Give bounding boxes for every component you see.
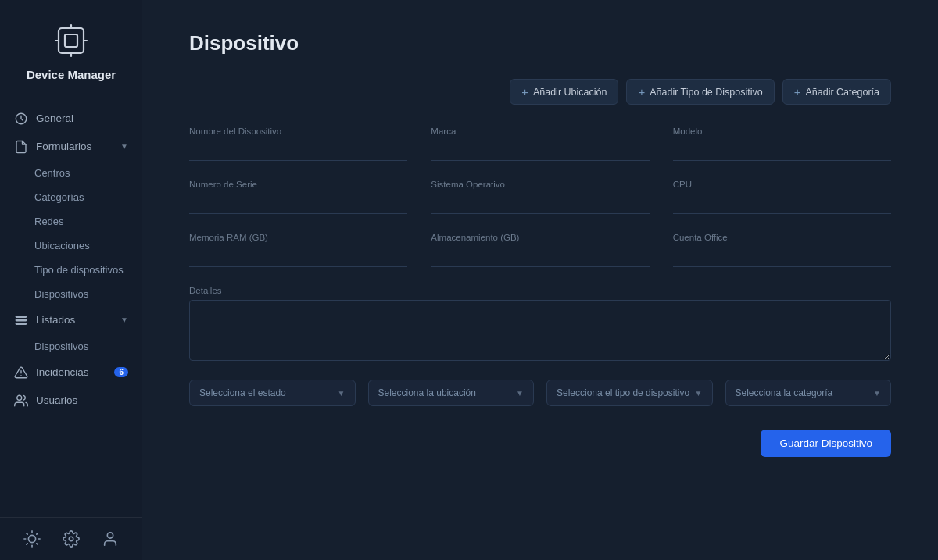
main-content: Dispositivo + Añadir Ubicación + Añadir … [142,0,938,560]
sidebar-label-general: General [36,112,128,124]
add-category-button[interactable]: + Añadir Categoría [782,79,891,105]
listados-arrow-icon: ▼ [120,316,128,324]
add-location-button[interactable]: + Añadir Ubicación [510,79,618,105]
sidebar-label-listados: Listados [36,314,113,326]
app-logo-icon [52,22,90,59]
dropdowns-row: Selecciona el estado ▼ Selecciona la ubi… [189,380,891,406]
input-cuenta-office[interactable] [673,247,891,267]
sidebar-item-dispositivos-list[interactable]: Dispositivos [0,334,142,358]
alert-icon [14,366,28,380]
svg-rect-7 [16,316,27,317]
profile-icon[interactable] [102,530,119,548]
input-cpu[interactable] [673,194,891,214]
field-almacenamiento: Almacenamiento (GB) [431,233,649,267]
label-sistema-operativo: Sistema Operativo [431,180,649,189]
svg-line-21 [37,533,38,534]
sidebar-item-listados[interactable]: Listados ▼ [0,306,142,334]
dropdown-categoria[interactable]: Selecciona la categoría ▼ [725,380,892,406]
field-modelo: Modelo [673,127,891,161]
users-icon [14,394,28,408]
input-marca[interactable] [431,141,649,161]
svg-line-17 [37,544,38,544]
save-bar: Guardar Dispositivo [189,430,891,457]
svg-point-12 [17,395,22,400]
label-marca: Marca [431,127,649,136]
add-type-button[interactable]: + Añadir Tipo de Dispositivo [626,79,774,105]
sun-icon[interactable] [23,530,41,548]
field-cpu: CPU [673,180,891,214]
dropdown-estado[interactable]: Selecciona el estado ▼ [189,380,356,406]
sidebar: Device Manager General Formularios ▼ Cen… [0,0,142,560]
svg-point-22 [69,537,73,541]
formularios-arrow-icon: ▼ [120,142,128,151]
incidencias-badge: 6 [114,367,128,377]
logo-area: Device Manager [0,0,142,98]
page-title: Dispositivo [189,31,891,55]
input-sistema-operativo[interactable] [431,194,649,214]
save-device-button[interactable]: Guardar Dispositivo [761,430,891,457]
dropdown-categoria-chevron: ▼ [873,389,881,398]
sidebar-item-categorias[interactable]: Categorías [0,185,142,209]
label-numero-serie: Numero de Serie [189,180,407,189]
sidebar-item-centros[interactable]: Centros [0,161,142,185]
input-memoria-ram[interactable] [189,247,407,267]
input-almacenamiento[interactable] [431,247,649,267]
device-form: Nombre del Dispositivo Marca Modelo Nume… [189,127,891,380]
svg-rect-8 [16,319,27,321]
field-detalles: Detalles [189,286,891,361]
sidebar-label-usuarios: Usuarios [36,394,128,406]
dropdown-tipo-chevron: ▼ [695,389,703,398]
svg-rect-9 [16,323,27,324]
svg-line-16 [27,533,27,534]
sidebar-footer [0,517,142,560]
sidebar-item-usuarios[interactable]: Usuarios [0,387,142,415]
dropdown-tipo-dispositivo[interactable]: Selecciona el tipo de dispositivo ▼ [546,380,713,406]
clock-icon [14,112,28,126]
field-nombre-dispositivo: Nombre del Dispositivo [189,127,407,161]
action-bar: + Añadir Ubicación + Añadir Tipo de Disp… [189,79,891,105]
field-marca: Marca [431,127,649,161]
sidebar-nav: General Formularios ▼ Centros Categorías… [0,98,142,518]
sidebar-label-formularios: Formularios [36,141,113,152]
svg-point-13 [28,535,35,542]
label-cuenta-office: Cuenta Office [673,233,891,242]
sidebar-item-dispositivos-form[interactable]: Dispositivos [0,282,142,306]
sidebar-item-redes[interactable]: Redes [0,209,142,234]
field-numero-serie: Numero de Serie [189,180,407,214]
label-modelo: Modelo [673,127,891,136]
input-numero-serie[interactable] [189,194,407,214]
label-cpu: CPU [673,180,891,189]
label-detalles: Detalles [189,286,891,295]
svg-line-20 [27,544,27,544]
input-detalles[interactable] [189,300,891,361]
field-sistema-operativo: Sistema Operativo [431,180,649,214]
sidebar-item-tipo-dispositivos[interactable]: Tipo de dispositivos [0,258,142,282]
settings-icon[interactable] [63,530,80,548]
dropdown-ubicacion[interactable]: Selecciona la ubicación ▼ [368,380,535,406]
sidebar-item-general[interactable]: General [0,105,142,133]
sidebar-item-incidencias[interactable]: Incidencias 6 [0,358,142,387]
label-nombre-dispositivo: Nombre del Dispositivo [189,127,407,136]
svg-point-23 [107,533,113,538]
dropdown-estado-chevron: ▼ [338,389,345,398]
list-icon [14,313,28,327]
label-memoria-ram: Memoria RAM (GB) [189,233,407,242]
app-title: Device Manager [27,67,116,83]
sidebar-item-ubicaciones[interactable]: Ubicaciones [0,234,142,258]
add-location-plus-icon: + [521,85,528,98]
add-type-plus-icon: + [638,85,645,98]
add-category-plus-icon: + [794,85,801,98]
field-cuenta-office: Cuenta Office [673,233,891,267]
svg-rect-1 [65,34,77,47]
field-memoria-ram: Memoria RAM (GB) [189,233,407,267]
input-modelo[interactable] [673,141,891,161]
file-icon [14,140,28,154]
input-nombre-dispositivo[interactable] [189,141,407,161]
svg-rect-0 [59,28,84,53]
sidebar-label-incidencias: Incidencias [36,366,106,378]
sidebar-item-formularios[interactable]: Formularios ▼ [0,133,142,161]
dropdown-ubicacion-chevron: ▼ [516,389,524,398]
label-almacenamiento: Almacenamiento (GB) [431,233,649,242]
